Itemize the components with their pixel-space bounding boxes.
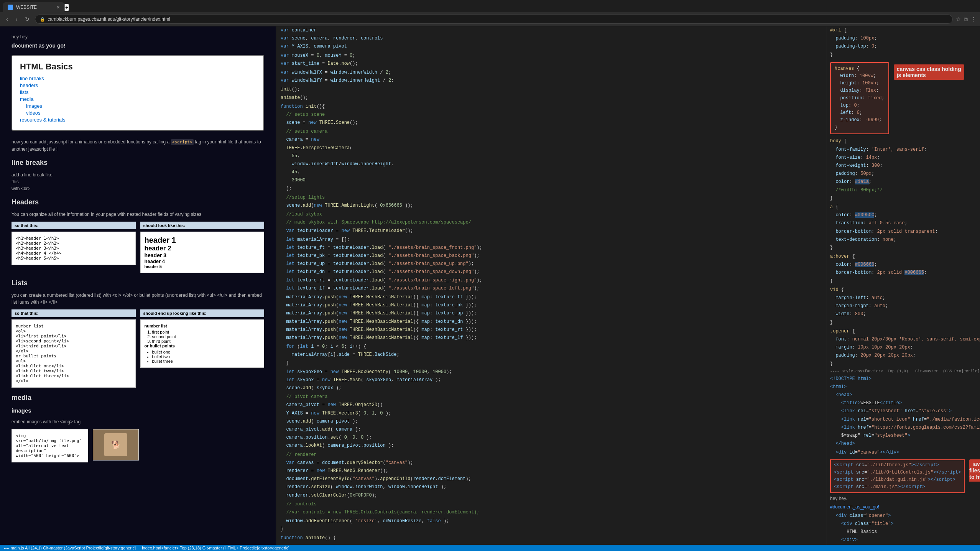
toc-link-images[interactable]: images bbox=[26, 103, 256, 109]
git-info: ---- style.css<fancier> Top (1,0) Git-ma… bbox=[827, 368, 980, 375]
css-opener-6: } bbox=[827, 360, 980, 368]
demo-left-header: so that this: bbox=[12, 222, 136, 229]
script-highlight-box: <script src="./lib/three.js"></script> <… bbox=[830, 459, 965, 493]
css-body-2: body { bbox=[827, 137, 980, 145]
js-line-23: 45, bbox=[276, 168, 827, 176]
js-line-21: 55, bbox=[276, 152, 827, 160]
html-div-title: <div class="title"> bbox=[827, 520, 980, 528]
css-hover-4: border-bottom: 2px solid #006665; bbox=[827, 269, 980, 277]
html-doctype: <!DOCTYPE html> bbox=[827, 375, 980, 383]
js-line-63: camera.lookAt( camera_pivot.position ); bbox=[276, 442, 827, 450]
js-line-53: let skyboxGeo = new THREE.BoxGeometry( 1… bbox=[276, 368, 827, 376]
css-vid-3: margin-left: auto; bbox=[827, 294, 980, 302]
h4-demo: header 4 bbox=[145, 258, 260, 264]
html-font-link: <link href="https://fonts.googleapis.com… bbox=[827, 424, 980, 432]
html-head-open: <head> bbox=[827, 391, 980, 399]
back-button[interactable]: ‹ bbox=[4, 15, 10, 23]
js-line-75: window.addEventListener( 'resize', onWin… bbox=[276, 517, 827, 525]
canvas-annotation-text: canvas css class holding js elements bbox=[894, 64, 964, 80]
js-line-37: let texture_up = textureLoader.load( "./… bbox=[276, 260, 827, 268]
new-tab-button[interactable]: + bbox=[64, 4, 69, 11]
html-div-close: </div> bbox=[827, 536, 980, 544]
address-bar[interactable]: 🔒 camblackburn.pages.cba.mit.edu/git-sto… bbox=[35, 15, 953, 24]
forward-button[interactable]: › bbox=[13, 15, 20, 23]
menu-icon[interactable]: ⋮ bbox=[971, 16, 976, 22]
html-div-opener: <div class="opener"> bbox=[827, 512, 980, 520]
js-line-73: //var controls = new THREE.OrbitControls… bbox=[276, 508, 827, 516]
js-line-25: ); bbox=[276, 185, 827, 193]
html-panel: #xml { padding: 100px; padding-top: 0; }… bbox=[827, 26, 980, 545]
headers-desc: You can organize all of the information … bbox=[12, 211, 264, 218]
js-line-58: camera_pivot = new THREE.Object3D() bbox=[276, 401, 827, 409]
lists-title: Lists bbox=[12, 279, 264, 287]
css-hover-2: a:hover { bbox=[827, 253, 980, 261]
html-head-close: </head> bbox=[827, 440, 980, 448]
toc-link-videos[interactable]: videos bbox=[26, 110, 256, 116]
js-line-31: // made skybox with Spacescape http://al… bbox=[276, 219, 827, 227]
canvas-css-line-6: top: 0; bbox=[835, 102, 885, 109]
js-line-60: scene.add( camera_pivot ); bbox=[276, 418, 827, 426]
js-line-22: window.innerWidth/window.innerHeight, bbox=[276, 160, 827, 168]
js-line-68: document.getElementById("canvas").append… bbox=[276, 475, 827, 483]
editor-status-bar: ---- main.js All (24,1) Git-master (Java… bbox=[0, 545, 980, 551]
css-vid-5: width: 800; bbox=[827, 310, 980, 318]
headers-demo-right: should look like this: header 1 header 2… bbox=[140, 222, 265, 273]
js-line-15: // setup scene bbox=[276, 111, 827, 119]
toc-link-resources[interactable]: resources & tutorials bbox=[20, 117, 256, 123]
h1-demo: header 1 bbox=[145, 236, 260, 245]
nav-bar: ‹ › ↻ 🔒 camblackburn.pages.cba.mit.edu/g… bbox=[0, 12, 980, 26]
headers-demo-left: so that this: <h1>header 1</h1> <h2>head… bbox=[12, 222, 136, 273]
script-orbit: <script src="./lib/OrbitControls.js"></s… bbox=[834, 469, 961, 476]
js-line-8: var windowHalfX = window.innerWidth / 2; bbox=[276, 69, 827, 77]
html-h1: HTML Basics bbox=[827, 528, 980, 536]
js-line-24: 30000 bbox=[276, 176, 827, 184]
toc-link-media[interactable]: media bbox=[20, 96, 256, 102]
js-line-38: let texture_dn = textureLoader.load( "./… bbox=[276, 268, 827, 276]
demo-right-header: should look like this: bbox=[140, 222, 265, 229]
browser-chrome: WEBSITE ✕ + ‹ › ↻ 🔒 camblackburn.pages.c… bbox=[0, 0, 980, 26]
js-line-72: // controls bbox=[276, 500, 827, 508]
js-line-9: var windowHalfY = window.innerHeight / 2… bbox=[276, 77, 827, 85]
js-line-12: animate(); bbox=[276, 94, 827, 102]
img-preview-col: 🐕 bbox=[93, 429, 139, 462]
js-line-67: renderer = new THREE.WebGLRenderer(); bbox=[276, 467, 827, 475]
extensions-icon[interactable]: ⧉ bbox=[964, 16, 968, 23]
toc-link-linebreaks[interactable]: line breaks bbox=[20, 76, 256, 81]
img-code: <img src="path/to/img_file.png" alt="alt… bbox=[12, 429, 88, 462]
lists-right-output: number list first point second point thi… bbox=[140, 319, 265, 368]
js-line-59: Y_AXIS = new THREE.Vector3( 0, 1, 0 ); bbox=[276, 410, 827, 418]
js-line-11: init(); bbox=[276, 86, 827, 94]
css-opener-3: font: normal 20px/30px 'Roboto', sans-se… bbox=[827, 336, 980, 344]
canvas-css-line-3: height: 100vh; bbox=[835, 80, 885, 87]
page-intro: hey hey. bbox=[12, 34, 264, 39]
demo-right-output: header 1 header 2 header 3 header 4 head… bbox=[140, 232, 265, 273]
css-vid-4: margin-right: auto; bbox=[827, 302, 980, 310]
canvas-css-line-8: z-index: -9999; bbox=[835, 117, 885, 124]
lists-left-header: so that this: bbox=[12, 309, 136, 317]
browser-tab[interactable]: WEBSITE ✕ bbox=[3, 2, 64, 12]
lists-left-code: number list <ol> <li>first point</li> <l… bbox=[12, 319, 136, 388]
img-preview: 🐕 bbox=[93, 429, 139, 461]
js-line-2: var scene, camera, renderer, controls bbox=[276, 35, 827, 43]
line-breaks-title: line breaks bbox=[12, 159, 264, 167]
toc-link-headers[interactable]: headers bbox=[20, 82, 256, 88]
css-body-4: font-size: 14px; bbox=[827, 154, 980, 162]
h2-demo: header 2 bbox=[145, 245, 260, 252]
css-a-7: } bbox=[827, 244, 980, 252]
h5-demo: header 5 bbox=[145, 264, 260, 269]
css-opener-2: .opener { bbox=[827, 327, 980, 336]
script-main: <script src="./main.js"></script> bbox=[834, 484, 961, 491]
html-basics-title: HTML Basics bbox=[20, 62, 256, 72]
tab-label: WEBSITE bbox=[16, 5, 37, 10]
reload-button[interactable]: ↻ bbox=[23, 15, 32, 23]
script-dat: <script src="./lib/dat.gui.min.js"></scr… bbox=[834, 476, 961, 484]
css-opener-5: padding: 20px 20px 20px 20px; bbox=[827, 352, 980, 360]
canvas-css-line-5: position: fixed; bbox=[835, 95, 885, 102]
html-tag-open: <html> bbox=[827, 383, 980, 391]
js-line-43: materialArray.push(new THREE.MeshBasicMa… bbox=[276, 301, 827, 309]
toc-link-lists[interactable]: lists bbox=[20, 89, 256, 95]
js-line-6: var start_time = Date.now(); bbox=[276, 60, 827, 68]
tab-close-button[interactable]: ✕ bbox=[56, 5, 60, 10]
star-icon[interactable]: ☆ bbox=[956, 16, 961, 22]
js-line-65: // renderer bbox=[276, 451, 827, 459]
